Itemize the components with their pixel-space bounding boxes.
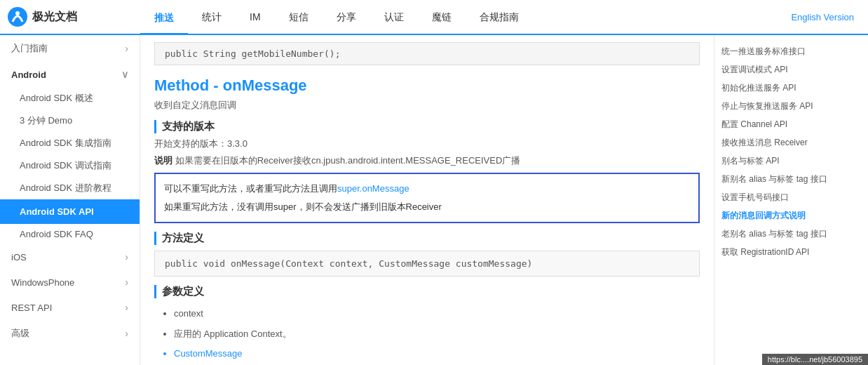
- toc-item-debug-mode[interactable]: 设置调试模式 API: [721, 60, 861, 79]
- toc-item-regid[interactable]: 获取 RegistrationID API: [721, 243, 861, 261]
- nav-item-push[interactable]: 推送: [140, 0, 188, 35]
- sidebar-item-advanced[interactable]: 高级 ›: [0, 320, 140, 347]
- nav-item-share[interactable]: 分享: [323, 0, 370, 34]
- list-item: context: [174, 304, 700, 324]
- nav-item-stats[interactable]: 统计: [188, 0, 236, 34]
- param-list: context 应用的 Application Context。 CustomM…: [154, 304, 700, 365]
- sidebar-item-restapi[interactable]: REST API ›: [0, 295, 140, 320]
- sidebar-item-api[interactable]: Android SDK API: [0, 199, 140, 224]
- toc-item-stop-resume[interactable]: 停止与恢复推送服务 API: [721, 97, 861, 115]
- sidebar-sub-debug[interactable]: Android SDK 调试指南: [0, 154, 140, 177]
- chevron-right-rest-icon: ›: [125, 302, 128, 313]
- highlight-line-1: 可以不重写此方法，或者重写此方法且调用super.onMessage: [164, 180, 690, 198]
- toc-item-receiver[interactable]: 接收推送消息 Receiver: [721, 133, 861, 152]
- logo-text: 极光文档: [32, 10, 77, 25]
- toc-item-alias-tag[interactable]: 别名与标签 API: [721, 152, 861, 170]
- sidebar-sub-integration[interactable]: Android SDK 集成指南: [0, 132, 140, 154]
- english-version-link[interactable]: English Version: [791, 11, 854, 22]
- toc-item-new-alias-tag[interactable]: 新别名 alias 与标签 tag 接口: [721, 170, 861, 188]
- toc-item-old-alias-tag[interactable]: 老别名 alias 与标签 tag 接口: [721, 225, 861, 243]
- method-title: Method - onMessage: [154, 77, 700, 95]
- toc-item-callback[interactable]: 新的消息回调方式说明: [721, 206, 861, 225]
- main-content: public String getMobileNumber(); Method …: [140, 35, 714, 365]
- version-text: 开始支持的版本：3.3.0: [154, 138, 700, 150]
- chevron-right-advanced-icon: ›: [125, 328, 128, 339]
- toc: 统一推送服务标准接口 设置调试模式 API 初始化推送服务 API 停止与恢复推…: [714, 35, 868, 365]
- note-label: 说明: [154, 155, 172, 166]
- method-desc: 收到自定义消息回调: [154, 99, 700, 112]
- toc-item-standard[interactable]: 统一推送服务标准接口: [721, 42, 861, 60]
- section-version: 支持的版本: [154, 120, 700, 133]
- toc-item-channel[interactable]: 配置 Channel API: [721, 115, 861, 133]
- header: 极光文档 推送 统计 IM 短信 分享 认证 魔链 合规指南 English V…: [0, 0, 868, 35]
- highlight-box: 可以不重写此方法，或者重写此方法且调用super.onMessage 如果重写此…: [154, 173, 700, 223]
- url-bar: https://blc....net/jb56003895: [762, 354, 868, 365]
- chevron-right-icon: ›: [125, 43, 128, 54]
- sidebar-sub-demo[interactable]: 3 分钟 Demo: [0, 109, 140, 132]
- highlight-line-2: 如果重写此方法，没有调用super，则不会发送广播到旧版本Receiver: [164, 198, 690, 216]
- list-item: CustomMessage: [174, 344, 700, 364]
- chevron-right-wp-icon: ›: [125, 277, 128, 288]
- nav-item-sms[interactable]: 短信: [275, 0, 323, 34]
- section-method: 方法定义: [154, 232, 700, 245]
- sidebar-item-windowsphone[interactable]: WindowsPhone ›: [0, 270, 140, 295]
- nav-item-magic[interactable]: 魔链: [418, 0, 466, 34]
- toc-item-init[interactable]: 初始化推送服务 API: [721, 79, 861, 97]
- sidebar-sub-advanced-tutorial[interactable]: Android SDK 进阶教程: [0, 177, 140, 199]
- nav-item-im[interactable]: IM: [236, 0, 275, 34]
- list-item: 应用的 Application Context。: [174, 324, 700, 345]
- note-text: 说明 如果需要在旧版本的Receiver接收cn.jpush.android.i…: [154, 154, 700, 167]
- section-params: 参数定义: [154, 285, 700, 298]
- svg-point-1: [15, 11, 20, 15]
- method-code-block: public void onMessage(Context context, C…: [154, 251, 700, 277]
- sidebar-sub-overview[interactable]: Android SDK 概述: [0, 87, 140, 109]
- sidebar-item-android[interactable]: Android ∨: [0, 62, 140, 87]
- sidebar-item-intro[interactable]: 入门指南 ›: [0, 35, 140, 62]
- chevron-right-ios-icon: ›: [125, 251, 128, 263]
- sidebar-item-ios[interactable]: iOS ›: [0, 244, 140, 270]
- logo-icon: [7, 6, 28, 27]
- nav-item-auth[interactable]: 认证: [370, 0, 418, 34]
- toc-item-phone[interactable]: 设置手机号码接口: [721, 188, 861, 206]
- logo: 极光文档: [0, 6, 140, 27]
- top-code-block: public String getMobileNumber();: [154, 42, 700, 65]
- nav-item-compliance[interactable]: 合规指南: [466, 0, 533, 34]
- sidebar-sub-faq[interactable]: Android SDK FAQ: [0, 224, 140, 244]
- chevron-down-icon: ∨: [121, 69, 128, 80]
- sidebar: 入门指南 › Android ∨ Android SDK 概述 3 分钟 Dem…: [0, 35, 140, 365]
- main-nav: 推送 统计 IM 短信 分享 认证 魔链 合规指南: [140, 0, 791, 34]
